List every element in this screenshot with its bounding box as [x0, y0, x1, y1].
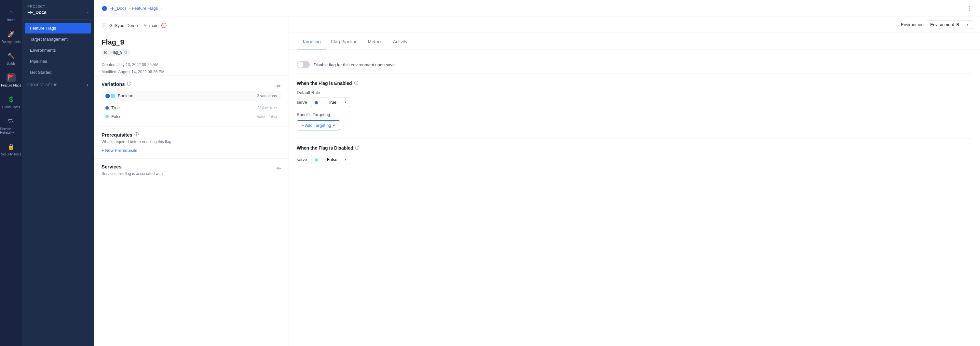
flag-id-label: Id:: [104, 50, 108, 55]
breadcrumb-section[interactable]: Feature Flags: [132, 6, 158, 11]
variation-true-value: Value: true: [258, 106, 277, 110]
serve-false-dot: [315, 157, 320, 162]
breadcrumb-org[interactable]: FF_Docs: [109, 6, 127, 11]
services-title: Services: [102, 164, 122, 170]
main-content: FF_Docs › Feature Flags › ⋮ 📄 GitSync_De…: [94, 0, 980, 346]
when-disabled-info-icon[interactable]: ⓘ: [355, 145, 359, 151]
variation-false-value: Value: false: [257, 114, 277, 119]
variations-info-icon[interactable]: ⓘ: [127, 81, 131, 87]
boolean-toggle-icon: [105, 94, 115, 98]
add-targeting-label: + Add Targeting: [302, 123, 331, 128]
false-dot: [105, 115, 109, 118]
nav-item-cloud-costs[interactable]: 💲 Cloud Costs: [0, 91, 22, 113]
nav-label-service-reliability: Service Reliability: [0, 127, 22, 134]
git-info: 📄 GitSync_Demo | ⑂ main 🚫: [102, 23, 167, 28]
sidebar-project: Project FF_Docs »: [22, 0, 94, 20]
sidebar-item-environments[interactable]: Environments: [25, 45, 91, 56]
env-label: Environment: [901, 22, 925, 27]
variations-header-row: Variations ⓘ ✏: [102, 81, 281, 91]
variation-count: 2 variations: [257, 94, 277, 98]
copy-icon[interactable]: ⧉: [124, 50, 127, 55]
tab-activity[interactable]: Activity: [388, 35, 412, 49]
add-targeting-button[interactable]: + Add Targeting ▾: [297, 120, 340, 130]
variation-true-label: True: [111, 105, 120, 110]
disable-flag-label: Disable flag for this environment upon s…: [313, 62, 395, 67]
prerequisites-info-icon[interactable]: ⓘ: [134, 132, 138, 138]
flag-id-badge: Id: Flag_9 ⧉: [102, 49, 130, 56]
sidebar-item-feature-flags[interactable]: Feature Flags: [25, 23, 91, 33]
variations-title: Variations ⓘ: [102, 81, 131, 87]
git-branch-name[interactable]: main: [150, 23, 159, 28]
breadcrumb: FF_Docs › Feature Flags ›: [102, 6, 162, 11]
flag-modified: Modified: August 14, 2022 06:26 PM: [102, 68, 281, 76]
svg-point-0: [102, 6, 107, 11]
right-panel: Environment Environment_B ▾ Targeting Fl…: [289, 17, 980, 346]
project-expand-icon: »: [86, 10, 89, 14]
nav-item-home[interactable]: ⌂ Home: [0, 4, 22, 26]
more-options-button[interactable]: ⋮: [966, 5, 972, 12]
project-label: Project: [27, 5, 89, 8]
nav-label-home: Home: [7, 18, 16, 22]
serve-true-select[interactable]: True ▾: [311, 98, 350, 107]
home-icon: ⌂: [6, 8, 16, 17]
tab-metrics[interactable]: Metrics: [363, 35, 388, 49]
git-info-bar: 📄 GitSync_Demo | ⑂ main 🚫: [94, 17, 289, 32]
services-edit-icon[interactable]: ✏: [277, 165, 281, 172]
when-enabled-info-icon[interactable]: ⓘ: [354, 80, 358, 86]
disable-flag-row: Disable flag for this environment upon s…: [297, 56, 972, 74]
flag-created: Created: July 13, 2022 09:25 AM: [102, 62, 281, 68]
nav-item-builds[interactable]: 🔨 Builds: [0, 48, 22, 69]
variation-false-label: False: [111, 114, 122, 119]
sidebar-item-target-management[interactable]: Target Management: [25, 34, 91, 44]
sidebar-menu: Feature Flags Target Management Environm…: [22, 20, 94, 346]
true-dot: [105, 106, 109, 110]
env-select[interactable]: Environment_B ▾: [927, 20, 972, 29]
variation-false-row: False Value: false: [102, 112, 281, 121]
chevron-down-icon: ▾: [86, 83, 89, 87]
serve-true-dot: [315, 100, 320, 105]
serve-true-label: serve: [297, 100, 307, 105]
flag-org-icon: [102, 6, 107, 11]
sidebar-item-pipelines[interactable]: Pipelines: [25, 56, 91, 67]
serve-true-chevron-icon: ▾: [345, 100, 347, 105]
nav-item-feature-flags[interactable]: 🚩 Feature Flags: [0, 69, 22, 91]
sidebar: Project FF_Docs » Feature Flags Target M…: [22, 0, 94, 346]
top-bar: FF_Docs › Feature Flags › ⋮: [94, 0, 980, 17]
prerequisites-title: Prerequisites ⓘ: [102, 132, 281, 138]
when-disabled-section: When the Flag is Disabled ⓘ serve False …: [297, 138, 972, 164]
deployments-icon: 🚀: [6, 30, 16, 39]
tab-flag-pipeline[interactable]: Flag Pipeline: [326, 35, 363, 49]
disable-flag-toggle[interactable]: [297, 61, 310, 68]
when-enabled-title: When the Flag is Enabled ⓘ: [297, 80, 972, 86]
prerequisites-section: Prerequisites ⓘ What's required before e…: [94, 126, 289, 159]
nav-item-deployments[interactable]: 🚀 Deployments: [0, 26, 22, 48]
builds-icon: 🔨: [6, 51, 16, 60]
git-repo-name[interactable]: GitSync_Demo: [109, 23, 138, 28]
env-bar: Environment Environment_B ▾: [289, 17, 980, 33]
content-area: 📄 GitSync_Demo | ⑂ main 🚫 Flag_9 Id: Fla…: [94, 17, 980, 346]
cloud-costs-icon: 💲: [6, 95, 16, 104]
variation-type: Boolean: [105, 93, 134, 98]
top-bar-actions: ⋮: [966, 5, 972, 12]
tabs-bar: Targeting Flag Pipeline Metrics Activity: [289, 33, 980, 49]
flag-title: Flag_9: [102, 38, 281, 46]
env-chevron-icon: ▾: [967, 22, 969, 27]
variations-section: Variations ⓘ ✏ Boolean: [94, 75, 289, 126]
git-branch-icon: ⑂: [144, 23, 147, 28]
serve-true-row: serve True ▾: [297, 98, 972, 107]
new-prerequisite-button[interactable]: + New Prerequisite: [102, 148, 137, 153]
serve-false-value: False: [327, 157, 337, 162]
variations-edit-icon[interactable]: ✏: [277, 83, 281, 89]
env-value: Environment_B: [930, 22, 959, 27]
left-panel: 📄 GitSync_Demo | ⑂ main 🚫 Flag_9 Id: Fla…: [94, 17, 289, 346]
serve-false-select[interactable]: False ▾: [311, 155, 350, 164]
flag-name-section: Flag_9 Id: Flag_9 ⧉: [94, 32, 289, 62]
tab-targeting[interactable]: Targeting: [297, 35, 326, 49]
nav-item-service-reliability[interactable]: 🛡 Service Reliability: [0, 113, 22, 138]
nav-item-security-tests[interactable]: 🔒 Security Tests: [0, 138, 22, 160]
sidebar-item-get-started[interactable]: Get Started: [25, 67, 91, 78]
project-name[interactable]: FF_Docs »: [27, 10, 89, 15]
nav-label-cloud-costs: Cloud Costs: [2, 105, 20, 109]
when-enabled-section: When the Flag is Enabled ⓘ Default Rule …: [297, 80, 972, 130]
nav-label-security-tests: Security Tests: [1, 152, 21, 156]
